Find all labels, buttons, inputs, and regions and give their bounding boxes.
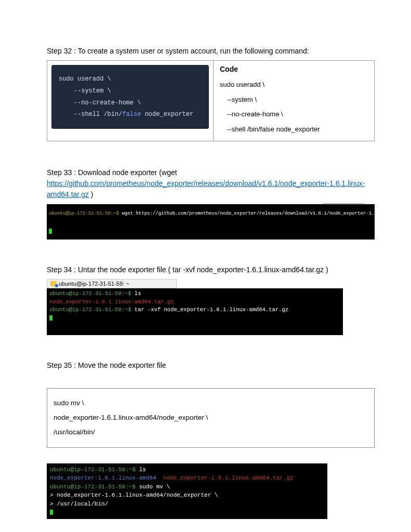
putty-icon [50,281,57,286]
terminal-line: ubuntu@ip-172-31-51-59:~$ sudo mv \ [50,483,324,491]
file-name: node_exporter-1.6.1.linux-amd64.tar.gz [163,475,294,481]
cursor-icon [49,315,52,321]
continuation-line: > node_exporter-1.6.1.linux-amd64/node_e… [50,491,324,500]
file-listing: node_exporter-1.6.1.linux-amd64.tar.gz [49,298,340,307]
code-line: --no-create-home \ [220,107,368,122]
cursor-icon [50,510,53,515]
ls-output: node_exporter-1.6.1.linux-amd64 node_exp… [50,474,324,483]
step-35-heading: Step 35 : Move the node exporter file [47,361,375,369]
step-35-section: Step 35 : Move the node exporter file su… [47,361,375,519]
download-link[interactable]: https://github.com/prometheus/node_expor… [47,179,365,198]
code-plain: sudo useradd \ --system \ --no-create-ho… [220,77,368,137]
code-line: sudo mv \ [54,396,368,410]
code-line: node_exporter-1.6.1.linux-amd64/node_exp… [54,410,368,425]
code-line: sudo useradd \ [59,75,111,83]
continuation-line: > /usr/local/bin/ [50,500,324,509]
terminal-line: ubuntu@ip-172-31-51-59:~$ tar -xvf node_… [49,306,340,314]
terminal-output: ubuntu@ip-172-31-51-59:~$ ls node_export… [47,463,327,519]
code-line: --system \ [220,92,368,108]
code-heading: Code [220,65,368,73]
directory-name: node_exporter-1.6.1.linux-amd64 [50,475,156,481]
terminal-line: ubuntu@ip-172-31-51-59:~$ ls [50,466,324,474]
shell-prompt: ubuntu@ip-172-31-51-59:~$ [50,467,136,473]
step-32-table: sudo useradd \ --system \ --no-create-ho… [47,60,375,141]
cursor-icon [49,229,52,234]
terminal-output: ubuntu@ip-172-31-51-59:~$ ls node_export… [47,288,343,335]
code-line: sudo useradd \ [220,77,368,92]
code-box: sudo mv \ node_exporter-1.6.1.linux-amd6… [47,388,375,448]
keyword-false: false [122,111,141,118]
terminal-output: ubuntu@ip-172-31-51-59:~$ wget https://g… [47,204,375,239]
decorative-line [323,203,364,204]
step-32-section: Step 32 : To create a system user or sys… [47,47,375,141]
step-33-section: Step 33 : Download node exporter (wget h… [47,167,375,239]
shell-prompt: ubuntu@ip-172-31-51-59:~$ [50,484,136,490]
code-line: --shell /bin/false node_exporter [220,122,368,137]
code-block-dark: sudo useradd \ --system \ --no-create-ho… [51,65,209,129]
shell-prompt: ubuntu@ip-172-31-51-59:~$ [49,290,131,297]
window-title-bar: ubuntu@ip-172-31-51-59: ~ [47,279,177,288]
step-32-text-cell: Code sudo useradd \ --system \ --no-crea… [214,61,374,141]
terminal-line: ubuntu@ip-172-31-51-59:~$ ls [49,290,340,298]
code-line: --system \ [59,87,111,95]
step-34-heading: Step 34 : Untar the node exporter file (… [47,265,375,274]
truncated-line [49,206,373,211]
code-line: /usr/local/bin/ [54,425,368,440]
code-line: --no-create-home \ [59,99,141,107]
shell-prompt: ubuntu@ip-172-31-51-59:~$ [49,307,131,313]
step-32-heading: Step 32 : To create a system user or sys… [47,47,375,55]
code-line: --shell /bin/false node_exporter [59,111,193,118]
shell-prompt: ubuntu@ip-172-31-51-59:~$ [49,211,119,216]
terminal-line: ubuntu@ip-172-31-51-59:~$ wget https://g… [49,211,373,216]
window-title: ubuntu@ip-172-31-51-59: ~ [59,281,129,287]
step-34-section: Step 34 : Untar the node exporter file (… [47,265,375,335]
step-33-heading: Step 33 : Download node exporter (wget h… [47,167,375,200]
step-32-code-cell: sudo useradd \ --system \ --no-create-ho… [47,61,214,141]
